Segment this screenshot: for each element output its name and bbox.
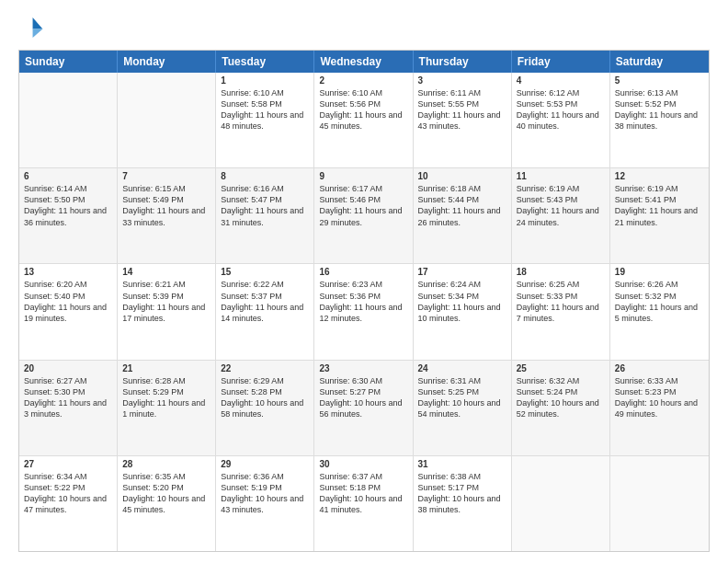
- calendar-cell: 1Sunrise: 6:10 AM Sunset: 5:58 PM Daylig…: [216, 73, 314, 167]
- calendar-week-3: 13Sunrise: 6:20 AM Sunset: 5:40 PM Dayli…: [19, 263, 709, 359]
- calendar-cell: 7Sunrise: 6:15 AM Sunset: 5:49 PM Daylig…: [118, 168, 216, 263]
- day-number: 12: [615, 171, 704, 181]
- cell-content: Sunrise: 6:21 AM Sunset: 5:39 PM Dayligh…: [122, 279, 210, 324]
- calendar-cell: 26Sunrise: 6:33 AM Sunset: 5:23 PM Dayli…: [610, 361, 709, 455]
- calendar-week-2: 6Sunrise: 6:14 AM Sunset: 5:50 PM Daylig…: [19, 167, 709, 263]
- logo: [18, 15, 48, 40]
- day-number: 25: [517, 363, 605, 373]
- cell-content: Sunrise: 6:12 AM Sunset: 5:53 PM Dayligh…: [517, 87, 605, 132]
- cell-content: Sunrise: 6:33 AM Sunset: 5:23 PM Dayligh…: [615, 375, 704, 420]
- day-number: 21: [122, 363, 210, 373]
- day-number: 16: [319, 267, 407, 277]
- calendar-cell: 12Sunrise: 6:19 AM Sunset: 5:41 PM Dayli…: [610, 168, 709, 263]
- calendar: SundayMondayTuesdayWednesdayThursdayFrid…: [18, 50, 710, 552]
- cell-content: Sunrise: 6:24 AM Sunset: 5:34 PM Dayligh…: [418, 279, 506, 324]
- day-number: 11: [517, 171, 605, 181]
- header-day-sunday: Sunday: [19, 51, 118, 73]
- calendar-cell: 8Sunrise: 6:16 AM Sunset: 5:47 PM Daylig…: [216, 168, 314, 263]
- page: SundayMondayTuesdayWednesdayThursdayFrid…: [0, 0, 728, 563]
- calendar-cell: 24Sunrise: 6:31 AM Sunset: 5:25 PM Dayli…: [414, 361, 512, 455]
- calendar-cell: 30Sunrise: 6:37 AM Sunset: 5:18 PM Dayli…: [314, 456, 413, 551]
- calendar-cell: 31Sunrise: 6:38 AM Sunset: 5:17 PM Dayli…: [414, 456, 512, 551]
- cell-content: Sunrise: 6:15 AM Sunset: 5:49 PM Dayligh…: [122, 183, 210, 228]
- calendar-cell: [610, 456, 709, 551]
- calendar-cell: 22Sunrise: 6:29 AM Sunset: 5:28 PM Dayli…: [216, 361, 314, 455]
- day-number: 22: [221, 363, 309, 373]
- cell-content: Sunrise: 6:11 AM Sunset: 5:55 PM Dayligh…: [418, 87, 506, 132]
- cell-content: Sunrise: 6:22 AM Sunset: 5:37 PM Dayligh…: [221, 279, 309, 324]
- logo-icon: [18, 15, 44, 40]
- calendar-cell: [118, 73, 216, 167]
- cell-content: Sunrise: 6:19 AM Sunset: 5:41 PM Dayligh…: [615, 183, 704, 228]
- day-number: 5: [615, 75, 704, 86]
- calendar-cell: 16Sunrise: 6:23 AM Sunset: 5:36 PM Dayli…: [314, 264, 413, 359]
- calendar-cell: 3Sunrise: 6:11 AM Sunset: 5:55 PM Daylig…: [414, 73, 512, 167]
- calendar-cell: 4Sunrise: 6:12 AM Sunset: 5:53 PM Daylig…: [512, 73, 610, 167]
- cell-content: Sunrise: 6:26 AM Sunset: 5:32 PM Dayligh…: [615, 279, 704, 324]
- cell-content: Sunrise: 6:30 AM Sunset: 5:27 PM Dayligh…: [319, 375, 407, 420]
- calendar-cell: 23Sunrise: 6:30 AM Sunset: 5:27 PM Dayli…: [314, 361, 413, 455]
- calendar-week-4: 20Sunrise: 6:27 AM Sunset: 5:30 PM Dayli…: [19, 360, 709, 455]
- calendar-cell: [19, 73, 118, 167]
- calendar-cell: 28Sunrise: 6:35 AM Sunset: 5:20 PM Dayli…: [118, 456, 216, 551]
- cell-content: Sunrise: 6:29 AM Sunset: 5:28 PM Dayligh…: [221, 375, 309, 420]
- calendar-cell: 13Sunrise: 6:20 AM Sunset: 5:40 PM Dayli…: [19, 264, 118, 359]
- calendar-cell: 15Sunrise: 6:22 AM Sunset: 5:37 PM Dayli…: [216, 264, 314, 359]
- cell-content: Sunrise: 6:34 AM Sunset: 5:22 PM Dayligh…: [24, 471, 112, 516]
- cell-content: Sunrise: 6:31 AM Sunset: 5:25 PM Dayligh…: [418, 375, 506, 420]
- calendar-cell: 14Sunrise: 6:21 AM Sunset: 5:39 PM Dayli…: [118, 264, 216, 359]
- day-number: 23: [319, 363, 407, 373]
- day-number: 10: [418, 171, 506, 181]
- calendar-cell: 10Sunrise: 6:18 AM Sunset: 5:44 PM Dayli…: [414, 168, 512, 263]
- day-number: 17: [418, 267, 506, 277]
- header-day-monday: Monday: [118, 51, 216, 73]
- day-number: 27: [24, 459, 112, 469]
- calendar-cell: 9Sunrise: 6:17 AM Sunset: 5:46 PM Daylig…: [314, 168, 413, 263]
- calendar-cell: 2Sunrise: 6:10 AM Sunset: 5:56 PM Daylig…: [314, 73, 413, 167]
- calendar-cell: 18Sunrise: 6:25 AM Sunset: 5:33 PM Dayli…: [512, 264, 610, 359]
- day-number: 24: [418, 363, 506, 373]
- day-number: 8: [221, 171, 309, 181]
- cell-content: Sunrise: 6:20 AM Sunset: 5:40 PM Dayligh…: [24, 279, 112, 324]
- calendar-cell: 21Sunrise: 6:28 AM Sunset: 5:29 PM Dayli…: [118, 361, 216, 455]
- calendar-cell: 25Sunrise: 6:32 AM Sunset: 5:24 PM Dayli…: [512, 361, 610, 455]
- day-number: 26: [615, 363, 704, 373]
- cell-content: Sunrise: 6:37 AM Sunset: 5:18 PM Dayligh…: [319, 471, 407, 516]
- day-number: 18: [517, 267, 605, 277]
- cell-content: Sunrise: 6:14 AM Sunset: 5:50 PM Dayligh…: [24, 183, 112, 228]
- day-number: 15: [221, 267, 309, 277]
- header: [18, 15, 710, 40]
- day-number: 14: [122, 267, 210, 277]
- svg-marker-1: [33, 29, 43, 38]
- day-number: 28: [122, 459, 210, 469]
- svg-marker-0: [33, 17, 43, 29]
- cell-content: Sunrise: 6:23 AM Sunset: 5:36 PM Dayligh…: [319, 279, 407, 324]
- header-day-thursday: Thursday: [414, 51, 512, 73]
- calendar-week-1: 1Sunrise: 6:10 AM Sunset: 5:58 PM Daylig…: [19, 73, 709, 167]
- cell-content: Sunrise: 6:16 AM Sunset: 5:47 PM Dayligh…: [221, 183, 309, 228]
- cell-content: Sunrise: 6:32 AM Sunset: 5:24 PM Dayligh…: [517, 375, 605, 420]
- calendar-header-row: SundayMondayTuesdayWednesdayThursdayFrid…: [19, 51, 709, 73]
- calendar-body: 1Sunrise: 6:10 AM Sunset: 5:58 PM Daylig…: [19, 73, 709, 551]
- calendar-week-5: 27Sunrise: 6:34 AM Sunset: 5:22 PM Dayli…: [19, 455, 709, 551]
- day-number: 20: [24, 363, 112, 373]
- day-number: 7: [122, 171, 210, 181]
- calendar-cell: 5Sunrise: 6:13 AM Sunset: 5:52 PM Daylig…: [610, 73, 709, 167]
- header-day-friday: Friday: [512, 51, 610, 73]
- header-day-saturday: Saturday: [610, 51, 709, 73]
- day-number: 1: [221, 75, 309, 86]
- cell-content: Sunrise: 6:10 AM Sunset: 5:58 PM Dayligh…: [221, 87, 309, 132]
- day-number: 30: [319, 459, 407, 469]
- calendar-cell: 27Sunrise: 6:34 AM Sunset: 5:22 PM Dayli…: [19, 456, 118, 551]
- cell-content: Sunrise: 6:27 AM Sunset: 5:30 PM Dayligh…: [24, 375, 112, 420]
- cell-content: Sunrise: 6:36 AM Sunset: 5:19 PM Dayligh…: [221, 471, 309, 516]
- cell-content: Sunrise: 6:19 AM Sunset: 5:43 PM Dayligh…: [517, 183, 605, 228]
- cell-content: Sunrise: 6:28 AM Sunset: 5:29 PM Dayligh…: [122, 375, 210, 420]
- cell-content: Sunrise: 6:35 AM Sunset: 5:20 PM Dayligh…: [122, 471, 210, 516]
- calendar-cell: [512, 456, 610, 551]
- calendar-cell: 17Sunrise: 6:24 AM Sunset: 5:34 PM Dayli…: [414, 264, 512, 359]
- day-number: 13: [24, 267, 112, 277]
- calendar-cell: 20Sunrise: 6:27 AM Sunset: 5:30 PM Dayli…: [19, 361, 118, 455]
- calendar-cell: 6Sunrise: 6:14 AM Sunset: 5:50 PM Daylig…: [19, 168, 118, 263]
- cell-content: Sunrise: 6:18 AM Sunset: 5:44 PM Dayligh…: [418, 183, 506, 228]
